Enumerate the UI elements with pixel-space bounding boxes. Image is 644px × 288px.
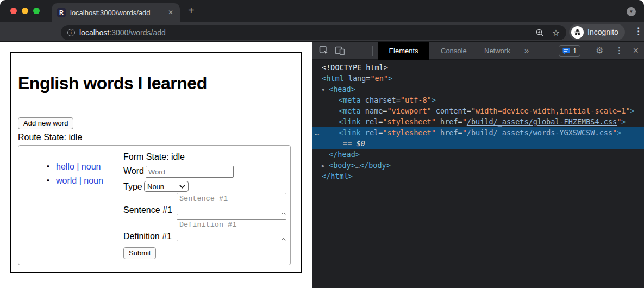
dom-token: " — [462, 128, 467, 137]
tab-network[interactable]: Network — [477, 42, 518, 60]
line-gutter-ellipsis[interactable]: … — [315, 127, 320, 138]
close-window-button[interactable] — [10, 8, 17, 14]
dom-token: </head> — [329, 150, 360, 159]
zoom-page-icon[interactable] — [535, 28, 545, 37]
dom-token — [344, 74, 348, 83]
toolbar-divider — [372, 46, 373, 56]
dom-token: "stylesheet" — [383, 128, 436, 137]
tab-elements[interactable]: Elements — [378, 42, 429, 60]
minimize-window-button[interactable] — [22, 8, 28, 14]
word-link-world[interactable]: world | noun — [56, 176, 103, 185]
bullet-icon: • — [47, 162, 49, 171]
address-bar[interactable]: i localhost:3000/words/add ☆ — [61, 25, 566, 40]
browser-menu-icon[interactable]: ⋮ — [634, 26, 643, 37]
close-devtools-icon[interactable]: ✕ — [633, 46, 639, 55]
dom-token: name — [365, 107, 383, 115]
dom-line[interactable]: <meta name="viewport" content="width=dev… — [312, 105, 644, 116]
sentence-textarea[interactable] — [177, 193, 286, 215]
settings-gear-icon[interactable]: ⚙ — [596, 45, 603, 55]
word-label: Word — [123, 166, 144, 176]
issues-badge[interactable]: 1 — [559, 45, 580, 57]
word-input[interactable] — [146, 166, 234, 178]
bullet-icon: • — [47, 176, 49, 185]
bookmark-star-icon[interactable]: ☆ — [552, 28, 560, 38]
dom-line[interactable]: == $0 — [312, 138, 644, 149]
zoom-window-button[interactable] — [33, 8, 40, 14]
dom-token: content — [436, 107, 467, 115]
chevron-down-icon — [179, 185, 185, 189]
dom-token — [436, 117, 440, 126]
issue-count: 1 — [573, 47, 577, 55]
url-text: localhost:3000/words/add — [79, 28, 535, 37]
site-info-icon[interactable]: i — [67, 29, 75, 36]
dom-token: rel — [365, 117, 378, 126]
dom-token: = — [467, 107, 471, 115]
remix-favicon-icon: R — [57, 8, 66, 17]
word-link-hello[interactable]: hello | noun — [56, 162, 101, 171]
dom-token: "en" — [370, 74, 388, 83]
dom-token: " — [462, 117, 467, 126]
tab-search-icon[interactable]: ▼ — [627, 7, 636, 16]
dom-token: > — [432, 96, 436, 104]
url-path: :3000/words/add — [109, 28, 166, 37]
form-state-text: Form State: idle — [123, 152, 185, 162]
dom-token: lang — [348, 74, 366, 83]
dom-token: = — [458, 117, 462, 126]
dom-token: </body> — [360, 161, 391, 170]
dom-token: <meta — [339, 107, 361, 115]
type-label: Type — [123, 182, 142, 192]
dom-token: == — [343, 139, 356, 148]
incognito-badge: Incognito — [569, 24, 625, 40]
dom-token — [436, 128, 440, 137]
devtools-toolbar: Elements Console Network » 1 ⚙ ⋮ ✕ — [312, 42, 644, 60]
submit-button[interactable]: Submit — [123, 247, 156, 259]
devtools-menu-icon[interactable]: ⋮ — [615, 46, 623, 55]
sentence-label: Sentence #1 — [123, 205, 172, 215]
dom-token: $0 — [356, 139, 365, 148]
expand-arrow-icon[interactable]: ▼ — [322, 84, 329, 95]
dom-token: "stylesheet" — [383, 117, 436, 126]
dom-line[interactable]: ▶<body>…</body> — [312, 160, 644, 171]
dom-token — [361, 96, 365, 104]
more-tabs-icon[interactable]: » — [524, 46, 529, 55]
inspect-element-icon[interactable] — [319, 46, 329, 55]
definition-textarea[interactable] — [177, 219, 286, 241]
dom-token: = — [396, 96, 401, 104]
type-select-value: Noun — [147, 183, 164, 191]
tab-title: localhost:3000/words/add — [70, 9, 167, 17]
dom-line[interactable]: <meta charset="utf-8"> — [312, 95, 644, 105]
dom-token: <link — [339, 117, 361, 126]
browser-tab[interactable]: R localhost:3000/words/add ✕ — [52, 3, 180, 22]
dom-token: … — [355, 161, 360, 170]
dom-token: /build/_assets/global-FHZEMBS4.css — [467, 117, 617, 126]
add-new-word-button[interactable]: Add new word — [18, 117, 73, 129]
dom-token: <body> — [329, 161, 355, 170]
new-tab-button[interactable]: + — [188, 4, 195, 17]
dom-line[interactable]: </html> — [312, 171, 644, 181]
dom-token: > — [617, 128, 621, 137]
dom-token: <meta — [339, 96, 361, 104]
omnibox-actions: ☆ — [535, 28, 560, 38]
dom-tree: <!DOCTYPE html><html lang="en">▼<head><m… — [312, 60, 644, 288]
dom-token: > — [621, 117, 626, 126]
dom-token — [361, 117, 365, 126]
tab-console[interactable]: Console — [433, 42, 474, 60]
dom-line[interactable]: ▼<head> — [312, 84, 644, 95]
type-select[interactable]: Noun — [144, 181, 189, 192]
dom-line[interactable]: <link rel="stylesheet" href="/build/_ass… — [312, 116, 644, 127]
dom-token — [361, 107, 365, 115]
dom-token: href — [440, 128, 458, 137]
dom-token: "width=device-width,initial-scale=1" — [471, 107, 630, 115]
dom-token: </html> — [322, 172, 353, 180]
dom-line[interactable]: …<link rel="stylesheet" href="/build/_as… — [312, 127, 644, 138]
dom-line[interactable]: <html lang="en"> — [312, 73, 644, 84]
dom-token: > — [388, 74, 392, 83]
close-tab-icon[interactable]: ✕ — [167, 9, 174, 16]
device-toolbar-icon[interactable] — [335, 46, 345, 55]
collapse-arrow-icon[interactable]: ▶ — [322, 160, 329, 171]
dom-line[interactable]: <!DOCTYPE html> — [312, 62, 644, 73]
dom-token: <head> — [329, 85, 355, 93]
definition-label: Definition #1 — [123, 231, 172, 241]
dom-line[interactable]: </head> — [312, 149, 644, 160]
tab-bar: R localhost:3000/words/add ✕ + ▼ — [0, 0, 644, 22]
